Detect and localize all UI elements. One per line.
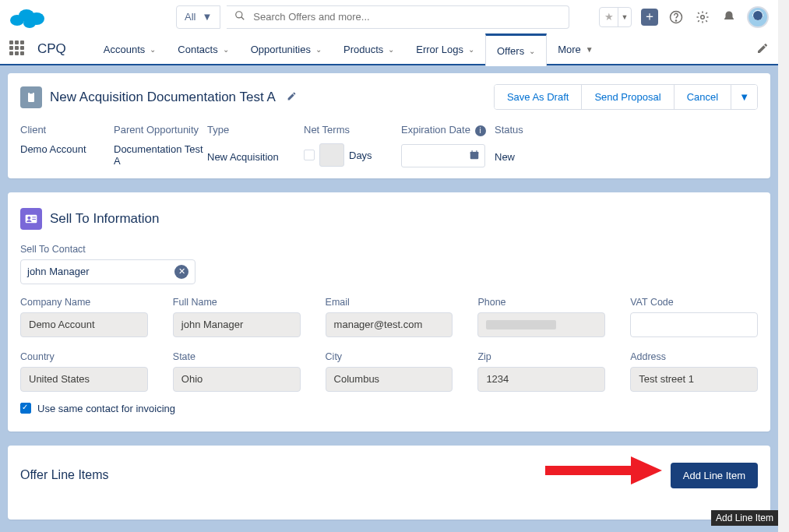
parent-opportunity-link[interactable]: Documentation Test A (114, 143, 207, 167)
add-line-item-button[interactable]: Add Line Item (671, 463, 758, 488)
search-input[interactable] (253, 11, 561, 23)
sell-to-title: Sell To Information (50, 211, 159, 227)
vat-label: VAT Code (630, 297, 758, 308)
contact-icon (20, 208, 42, 230)
same-contact-checkbox[interactable] (20, 403, 31, 414)
full-name-input[interactable]: john Manager (173, 312, 301, 337)
phone-label: Phone (477, 297, 605, 308)
svg-point-3 (23, 19, 36, 28)
star-icon: ★ (600, 8, 618, 26)
line-items-title: Offer Line Items (20, 468, 109, 482)
days-label: Days (349, 150, 372, 161)
sell-to-contact-input[interactable]: john Manager ✕ (20, 259, 195, 284)
status-label: Status (495, 124, 557, 136)
chevron-down-icon: ▼ (202, 11, 212, 23)
address-label: Address (630, 351, 758, 362)
cancel-button[interactable]: Cancel (674, 85, 731, 109)
expiration-date-input[interactable] (401, 144, 485, 167)
chevron-down-icon: ⌄ (223, 45, 229, 54)
clipboard-icon (20, 86, 42, 108)
plus-icon: ＋ (643, 9, 656, 25)
country-label: Country (20, 351, 148, 362)
svg-point-4 (236, 12, 242, 18)
type-label: Type (207, 124, 304, 136)
save-draft-button[interactable]: Save As Draft (495, 85, 581, 109)
offer-summary-card: New Acquisition Documentation Test A Sav… (8, 73, 770, 178)
svg-line-5 (241, 17, 245, 20)
info-icon[interactable]: i (475, 125, 486, 136)
send-proposal-button[interactable]: Send Proposal (581, 85, 673, 109)
state-input[interactable]: Ohio (173, 367, 301, 392)
offer-title: New Acquisition Documentation Test A (50, 90, 276, 105)
client-link[interactable]: Demo Account (20, 143, 114, 155)
svg-rect-9 (28, 93, 34, 102)
phone-input[interactable] (477, 312, 605, 337)
global-actions-button[interactable]: ＋ (641, 9, 658, 26)
svg-rect-13 (472, 150, 473, 152)
svg-rect-19 (545, 466, 631, 475)
tab-opportunities[interactable]: Opportunities⌄ (240, 33, 333, 65)
annotation-arrow (545, 456, 662, 484)
zip-input[interactable]: 1234 (477, 367, 605, 392)
nav-tabs: Accounts⌄ Contacts⌄ Opportunities⌄ Produ… (93, 33, 604, 65)
contact-value: john Manager (27, 266, 90, 277)
address-input[interactable]: Test street 1 (630, 367, 758, 392)
salesforce-logo[interactable] (9, 5, 45, 30)
vat-input[interactable] (630, 312, 758, 337)
tab-error-logs[interactable]: Error Logs⌄ (405, 33, 485, 65)
line-items-card: Offer Line Items Add Line Item (8, 446, 770, 520)
svg-rect-18 (32, 219, 36, 220)
tab-offers[interactable]: Offers⌄ (485, 33, 547, 66)
zip-label: Zip (477, 351, 605, 362)
net-terms-days-input[interactable] (319, 143, 344, 167)
country-input[interactable]: United States (20, 367, 148, 392)
user-avatar[interactable] (747, 6, 769, 28)
svg-marker-20 (631, 456, 662, 484)
edit-nav-button[interactable] (756, 42, 769, 57)
notifications-button[interactable] (720, 9, 738, 26)
setup-button[interactable] (694, 9, 711, 26)
status-value: New (495, 151, 557, 163)
net-terms-label: Net Terms (304, 124, 401, 136)
scrollbar[interactable] (780, 2, 787, 298)
svg-rect-14 (476, 150, 477, 152)
tooltip: Add Line Item (711, 510, 778, 526)
svg-rect-17 (32, 217, 36, 217)
company-name-label: Company Name (20, 297, 148, 308)
chevron-down-icon: ▼ (739, 91, 749, 103)
email-input[interactable]: manager@test.com (326, 312, 453, 337)
state-label: State (173, 351, 301, 362)
sell-to-contact-label: Sell To Contact (20, 244, 758, 255)
global-search[interactable] (227, 5, 569, 29)
tab-products[interactable]: Products⌄ (333, 33, 405, 65)
svg-rect-10 (30, 91, 33, 93)
tab-more[interactable]: More▼ (547, 33, 604, 65)
app-navigation: CPQ Accounts⌄ Contacts⌄ Opportunities⌄ P… (0, 34, 778, 65)
clear-contact-button[interactable]: ✕ (174, 265, 188, 279)
app-name: CPQ (37, 41, 66, 57)
favorites-toggle[interactable]: ★ ▼ (599, 7, 632, 27)
parent-opportunity-label: Parent Opportunity (114, 124, 207, 136)
full-name-label: Full Name (173, 297, 301, 308)
edit-title-button[interactable] (287, 91, 297, 104)
same-contact-label: Use same contact for invoicing (37, 403, 175, 414)
global-header: All ▼ ★ ▼ ＋ (0, 0, 778, 34)
app-launcher-icon[interactable] (9, 41, 26, 58)
tab-contacts[interactable]: Contacts⌄ (167, 33, 239, 65)
city-input[interactable]: Columbus (326, 367, 453, 392)
redacted-value (486, 320, 556, 329)
search-scope-dropdown[interactable]: All ▼ (176, 5, 220, 29)
chevron-down-icon: ⌄ (388, 45, 394, 54)
net-terms-checkbox[interactable] (304, 150, 315, 160)
chevron-down-icon: ▼ (586, 45, 594, 54)
tab-accounts[interactable]: Accounts⌄ (93, 33, 167, 65)
email-label: Email (326, 297, 453, 308)
svg-rect-12 (470, 151, 479, 153)
help-button[interactable] (667, 9, 685, 26)
type-value: New Acquisition (207, 151, 304, 163)
chevron-down-icon: ▼ (618, 13, 631, 21)
company-name-input[interactable]: Demo Account (20, 312, 148, 337)
search-icon (234, 10, 245, 23)
chevron-down-icon: ⌄ (468, 45, 474, 54)
more-actions-button[interactable]: ▼ (731, 85, 757, 109)
